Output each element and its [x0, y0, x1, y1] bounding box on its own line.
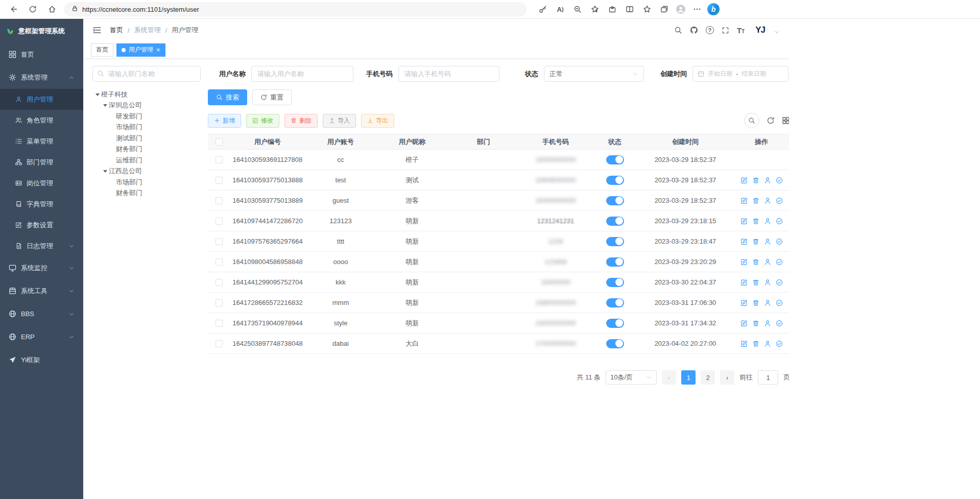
- sidebar-item-user-mgmt[interactable]: 用户管理: [0, 89, 83, 110]
- reset-password-icon[interactable]: [764, 238, 771, 245]
- toggle-search-icon[interactable]: [744, 113, 759, 128]
- column-settings-icon[interactable]: [782, 116, 789, 125]
- status-select[interactable]: 正常: [544, 66, 644, 82]
- edit-row-icon[interactable]: [740, 197, 748, 204]
- row-checkbox[interactable]: [208, 218, 230, 225]
- sidebar-item-dept-mgmt[interactable]: 部门管理: [0, 152, 83, 173]
- assign-role-icon[interactable]: [776, 258, 783, 266]
- tree-node[interactable]: 研发部门: [92, 111, 201, 122]
- add-button[interactable]: 新增: [208, 114, 241, 128]
- tab-user-mgmt[interactable]: 用户管理 ×: [116, 43, 165, 57]
- assign-role-icon[interactable]: [776, 218, 783, 225]
- home-icon[interactable]: [45, 2, 59, 16]
- edit-row-icon[interactable]: [740, 299, 748, 306]
- edit-row-icon[interactable]: [740, 340, 748, 347]
- reset-password-icon[interactable]: [764, 177, 771, 184]
- github-icon[interactable]: [690, 26, 698, 34]
- goto-page-input[interactable]: [758, 370, 778, 385]
- delete-row-icon[interactable]: [752, 177, 759, 184]
- favorites-add-icon[interactable]: [588, 2, 602, 16]
- tree-node[interactable]: 财务部门: [92, 144, 201, 155]
- sidebar-item-yi-framework[interactable]: Yi框架: [0, 348, 83, 371]
- sidebar-item-role-mgmt[interactable]: 角色管理: [0, 110, 83, 131]
- delete-button[interactable]: 删除: [284, 114, 318, 128]
- status-toggle[interactable]: [606, 155, 624, 164]
- edit-row-icon[interactable]: [740, 238, 748, 245]
- sidebar-item-tools[interactable]: 系统工具: [0, 279, 83, 302]
- password-key-icon[interactable]: [536, 2, 550, 16]
- zoom-out-icon[interactable]: [570, 2, 585, 16]
- next-page-button[interactable]: ›: [720, 370, 734, 385]
- back-icon[interactable]: [6, 2, 20, 16]
- user-logo[interactable]: YJ: [755, 25, 765, 35]
- status-toggle[interactable]: [606, 196, 624, 205]
- sidebar-item-post-mgmt[interactable]: 岗位管理: [0, 173, 83, 194]
- page-button[interactable]: 1: [681, 370, 696, 385]
- reset-password-icon[interactable]: [764, 218, 771, 225]
- tree-node[interactable]: 市场部门: [92, 122, 201, 133]
- export-button[interactable]: 导出: [361, 114, 394, 128]
- prev-page-button[interactable]: ‹: [662, 370, 676, 385]
- tree-node[interactable]: 橙子科技: [92, 89, 201, 100]
- assign-role-icon[interactable]: [776, 279, 783, 286]
- sidebar-item-monitor[interactable]: 系统监控: [0, 256, 83, 279]
- status-toggle[interactable]: [606, 237, 624, 246]
- date-range-picker[interactable]: 开始日期 - 结束日期: [692, 66, 788, 82]
- row-checkbox[interactable]: [208, 299, 230, 306]
- edit-row-icon[interactable]: [740, 320, 748, 327]
- sidebar-item-bbs[interactable]: BBS: [0, 302, 83, 325]
- row-checkbox[interactable]: [208, 320, 230, 327]
- split-screen-icon[interactable]: [623, 2, 637, 16]
- status-toggle[interactable]: [606, 339, 624, 348]
- tree-node[interactable]: 测试部门: [92, 133, 201, 144]
- delete-row-icon[interactable]: [752, 320, 759, 327]
- status-toggle[interactable]: [606, 298, 624, 307]
- assign-role-icon[interactable]: [776, 197, 783, 204]
- tree-node[interactable]: 财务部门: [92, 188, 201, 199]
- sidebar-item-log-mgmt[interactable]: 日志管理: [0, 235, 83, 256]
- read-aloud-icon[interactable]: A): [553, 2, 567, 16]
- row-checkbox[interactable]: [208, 340, 230, 347]
- close-tab-icon[interactable]: ×: [156, 46, 160, 53]
- assign-role-icon[interactable]: [776, 299, 783, 306]
- page-button[interactable]: 2: [701, 370, 715, 385]
- more-menu-icon[interactable]: [690, 2, 704, 16]
- edit-row-icon[interactable]: [740, 258, 748, 266]
- sidebar-item-erp[interactable]: ERP: [0, 325, 83, 348]
- tree-node[interactable]: 市场部门: [92, 177, 201, 188]
- breadcrumb-home[interactable]: 首页: [110, 26, 123, 35]
- status-toggle[interactable]: [606, 176, 624, 185]
- status-toggle[interactable]: [606, 217, 624, 226]
- row-checkbox[interactable]: [208, 279, 230, 286]
- sidebar-item-system[interactable]: 系统管理: [0, 66, 83, 89]
- search-icon[interactable]: [674, 26, 682, 34]
- collections-icon[interactable]: [657, 2, 672, 16]
- sidebar-item-dict-mgmt[interactable]: 字典管理: [0, 194, 83, 215]
- delete-row-icon[interactable]: [752, 340, 759, 347]
- reset-password-icon[interactable]: [764, 279, 771, 286]
- fullscreen-icon[interactable]: [722, 27, 729, 34]
- tree-node[interactable]: 江西总公司: [92, 166, 201, 177]
- row-checkbox[interactable]: [208, 258, 230, 266]
- reset-password-icon[interactable]: [764, 340, 771, 347]
- reset-password-icon[interactable]: [764, 299, 771, 306]
- dept-search-input[interactable]: [92, 66, 201, 82]
- delete-row-icon[interactable]: [752, 299, 759, 306]
- delete-row-icon[interactable]: [752, 279, 759, 286]
- row-checkbox[interactable]: [208, 177, 230, 184]
- edit-row-icon[interactable]: [740, 279, 748, 286]
- reset-button[interactable]: 重置: [252, 89, 292, 105]
- sidebar-item-param-settings[interactable]: 参数设置: [0, 215, 83, 235]
- edit-button[interactable]: 修改: [246, 114, 279, 128]
- delete-row-icon[interactable]: [752, 258, 759, 266]
- edit-row-icon[interactable]: [740, 177, 748, 184]
- row-checkbox[interactable]: [208, 156, 230, 163]
- delete-row-icon[interactable]: [752, 197, 759, 204]
- page-size-select[interactable]: 10条/页: [606, 370, 657, 385]
- assign-role-icon[interactable]: [776, 177, 783, 184]
- reset-password-icon[interactable]: [764, 320, 771, 327]
- font-size-icon[interactable]: TT: [737, 26, 745, 35]
- row-checkbox[interactable]: [208, 197, 230, 204]
- search-button[interactable]: 搜索: [208, 89, 247, 105]
- import-button[interactable]: 导入: [323, 114, 356, 128]
